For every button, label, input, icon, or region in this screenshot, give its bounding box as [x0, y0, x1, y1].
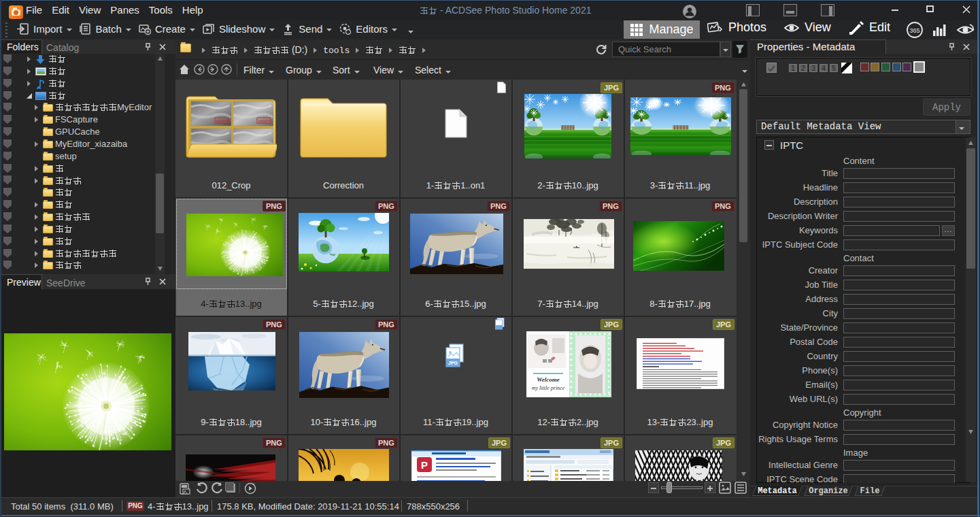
svg-text:P: P [421, 459, 428, 471]
svg-text:JPG: JPG [448, 361, 458, 365]
svg-text:my little prince: my little prince [532, 385, 565, 391]
svg-text:365: 365 [909, 27, 919, 34]
svg-text:Welcome: Welcome [537, 376, 559, 383]
